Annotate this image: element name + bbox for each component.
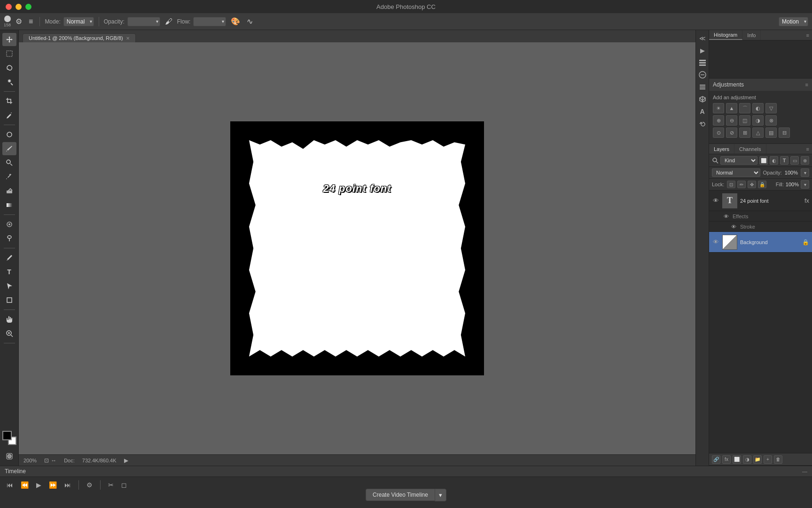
zoom-tool[interactable] bbox=[2, 327, 16, 340]
vibrance-btn[interactable]: ▽ bbox=[765, 103, 777, 113]
brush-options-icon[interactable]: ⚙ bbox=[14, 16, 24, 27]
close-button[interactable] bbox=[6, 4, 12, 10]
levels-btn[interactable]: ▲ bbox=[726, 103, 737, 113]
color-lookup-btn[interactable]: ⊙ bbox=[713, 127, 724, 138]
go-start-btn[interactable]: ⏮ bbox=[5, 480, 15, 490]
gradient-map-btn[interactable]: ▤ bbox=[765, 127, 777, 138]
effects-visibility[interactable]: 👁 bbox=[722, 213, 730, 220]
layer-link-btn[interactable]: 🔗 bbox=[712, 455, 720, 464]
brush-size-indicator[interactable]: 158 bbox=[4, 16, 11, 27]
foreground-color-swatch[interactable] bbox=[2, 431, 12, 440]
clone-stamp-tool[interactable] bbox=[2, 156, 16, 169]
cut-btn[interactable]: ✂ bbox=[106, 480, 116, 490]
history-strip-btn[interactable] bbox=[697, 119, 708, 129]
posterize-btn[interactable]: ⊞ bbox=[739, 127, 750, 138]
curves-btn[interactable]: ⌒ bbox=[739, 103, 750, 113]
adjustments-strip-btn[interactable] bbox=[697, 70, 708, 80]
text-tool[interactable]: T bbox=[2, 265, 16, 278]
play-btn[interactable]: ▶ bbox=[697, 45, 708, 56]
layer-delete-btn[interactable]: 🗑 bbox=[774, 455, 782, 464]
threshold-btn[interactable]: △ bbox=[752, 127, 764, 138]
maximize-button[interactable] bbox=[25, 4, 31, 10]
hue-saturation-btn[interactable]: ⊕ bbox=[713, 115, 724, 126]
motion-dropdown-wrap[interactable]: Motion bbox=[779, 17, 808, 26]
3d-strip-btn[interactable] bbox=[697, 94, 708, 104]
opacity-arrow-icon[interactable]: ▾ bbox=[801, 168, 809, 177]
histogram-tab[interactable]: Histogram bbox=[709, 30, 742, 40]
photo-filter-btn[interactable]: ◑ bbox=[752, 115, 764, 126]
lock-pixels-btn[interactable]: ✏ bbox=[737, 181, 746, 188]
mode-dropdown-wrap[interactable]: Normal bbox=[63, 17, 94, 26]
flow-wrap[interactable]: 100% bbox=[193, 17, 226, 26]
blend-mode-dropdown[interactable]: Normal bbox=[712, 168, 760, 177]
layer-mask-btn[interactable]: ⬜ bbox=[733, 455, 741, 464]
invert-btn[interactable]: ⊘ bbox=[726, 127, 737, 138]
text-strip-btn[interactable]: A bbox=[697, 106, 708, 117]
path-selection-tool[interactable] bbox=[2, 279, 16, 293]
hand-tool[interactable] bbox=[2, 313, 16, 326]
move-tool[interactable] bbox=[2, 33, 16, 46]
info-tab[interactable]: Info bbox=[742, 30, 761, 40]
lock-all-btn[interactable]: 🔒 bbox=[758, 181, 766, 188]
go-end-btn[interactable]: ⏭ bbox=[62, 480, 73, 490]
channels-strip-btn[interactable] bbox=[697, 82, 708, 92]
flow-input[interactable]: 100% bbox=[193, 17, 226, 26]
channels-tab[interactable]: Channels bbox=[734, 144, 766, 154]
channel-mixer-btn[interactable]: ⊗ bbox=[765, 115, 777, 126]
layer-new-btn[interactable]: + bbox=[764, 455, 772, 464]
stroke-visibility[interactable]: 👁 bbox=[730, 223, 737, 230]
selective-color-btn[interactable]: ⊟ bbox=[779, 127, 790, 138]
text-layer-visibility[interactable]: 👁 bbox=[712, 197, 719, 205]
blur-tool[interactable] bbox=[2, 218, 16, 231]
timeline-collapse-icon[interactable]: — bbox=[802, 468, 807, 474]
collapse-btn[interactable]: ≪ bbox=[697, 33, 708, 43]
bw-btn[interactable]: ◫ bbox=[739, 115, 750, 126]
brush-tool[interactable] bbox=[2, 142, 16, 155]
mode-dropdown[interactable]: Normal bbox=[63, 17, 94, 26]
minimize-button[interactable] bbox=[16, 4, 22, 10]
shape-tool[interactable] bbox=[2, 294, 16, 307]
exposure-btn[interactable]: ◐ bbox=[752, 103, 764, 113]
layers-menu-icon[interactable]: ≡ bbox=[806, 146, 809, 152]
create-video-arrow-btn[interactable]: ▾ bbox=[435, 489, 446, 501]
next-frame-btn[interactable]: ⏩ bbox=[47, 480, 59, 490]
pen-tool[interactable] bbox=[2, 251, 16, 264]
text-layer-item[interactable]: 👁 T 24 point font fx bbox=[709, 190, 812, 211]
dodge-tool[interactable] bbox=[2, 232, 16, 245]
marquee-tool[interactable] bbox=[2, 47, 16, 60]
prev-frame-btn[interactable]: ⏪ bbox=[19, 480, 31, 490]
lock-transparent-btn[interactable]: ⊡ bbox=[727, 181, 735, 188]
layer-adjustment-btn[interactable]: ◑ bbox=[743, 455, 751, 464]
brightness-contrast-btn[interactable]: ☀ bbox=[713, 103, 724, 113]
document-tab[interactable]: Untitled-1 @ 200% (Background, RGB/8) ✕ bbox=[23, 33, 136, 42]
filter-adjust-icon[interactable]: ◐ bbox=[770, 156, 778, 165]
canvas-scroll[interactable]: 24 point font bbox=[19, 42, 695, 454]
fill-arrow-icon[interactable]: ▾ bbox=[801, 180, 809, 189]
layer-folder-btn[interactable]: 📁 bbox=[753, 455, 762, 464]
filter-shape-icon[interactable]: ▭ bbox=[790, 156, 799, 165]
histogram-menu-icon[interactable]: ≡ bbox=[806, 32, 809, 38]
tab-close-btn[interactable]: ✕ bbox=[126, 36, 130, 41]
zoom-fit-icon[interactable]: ⊡ bbox=[44, 457, 49, 464]
crop-tool[interactable] bbox=[2, 95, 16, 108]
filter-pixel-icon[interactable]: ⬜ bbox=[759, 156, 768, 165]
eyedropper-tool[interactable] bbox=[2, 109, 16, 122]
render-btn[interactable]: ◻ bbox=[119, 480, 129, 490]
heal-tool[interactable] bbox=[2, 128, 16, 141]
lasso-tool[interactable] bbox=[2, 61, 16, 74]
eraser-tool[interactable] bbox=[2, 184, 16, 198]
smoothing-icon[interactable]: ∿ bbox=[245, 16, 255, 27]
filter-text-icon[interactable]: T bbox=[780, 156, 789, 165]
magic-wand-tool[interactable] bbox=[2, 75, 16, 88]
tool-settings-icon[interactable]: ≡ bbox=[27, 16, 35, 27]
gradient-tool[interactable] bbox=[2, 198, 16, 212]
background-layer-visibility[interactable]: 👁 bbox=[712, 238, 719, 246]
color-balance-btn[interactable]: ⊖ bbox=[726, 115, 737, 126]
opacity-input[interactable]: 100% bbox=[127, 17, 160, 26]
opacity-wrap[interactable]: 100% bbox=[127, 17, 160, 26]
adjustments-header[interactable]: Adjustments ≡ bbox=[709, 79, 812, 91]
zoom-hand-icon[interactable]: ↔ bbox=[51, 457, 56, 464]
history-brush-tool[interactable] bbox=[2, 170, 16, 183]
airbrush-icon[interactable]: 🎨 bbox=[229, 16, 242, 27]
opacity-icon[interactable]: 🖌 bbox=[163, 16, 174, 27]
